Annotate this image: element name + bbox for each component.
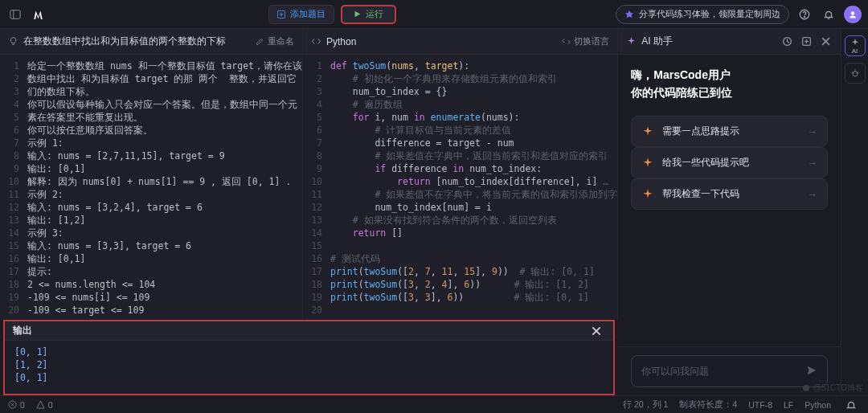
run-label: 运行 <box>366 8 383 20</box>
status-warnings[interactable]: 0 <box>36 400 53 410</box>
problem-line: 8输入: nums = [2,7,11,15], target = 9 <box>0 149 302 162</box>
lightbulb-icon <box>8 36 18 47</box>
avatar[interactable] <box>844 6 862 23</box>
status-encoding[interactable]: UTF-8 <box>748 400 772 410</box>
ai-title: AI 助手 <box>641 35 673 48</box>
help-icon[interactable] <box>796 6 813 23</box>
problem-line: 14示例 3: <box>0 227 302 239</box>
output-line: [0, 1] <box>14 346 604 358</box>
ai-suggestion[interactable]: 给我一些代码提示吧→ <box>631 147 828 178</box>
status-eol[interactable]: LF <box>784 400 793 410</box>
problem-line: 11示例 2: <box>0 188 302 201</box>
output-panel: 输出 [0, 1][1, 2][0, 1] <box>3 320 615 395</box>
output-line: [0, 1] <box>14 371 604 384</box>
editor-language: Python <box>326 36 356 47</box>
rail-bug-icon[interactable] <box>845 63 866 84</box>
code-line: 6 # 计算目标值与当前元素的差值 <box>303 124 617 137</box>
ai-greeting: 嗨，MarsCode用户 你的代码陪练已到位 <box>631 66 828 101</box>
output-title: 输出 <box>13 324 588 337</box>
status-tab[interactable]: 制表符长度：4 <box>679 399 737 411</box>
right-rail: AI <box>841 29 868 395</box>
panel-toggle-left[interactable] <box>6 6 24 23</box>
problem-line: 13输出: [1,2] <box>0 214 302 227</box>
ai-input-field[interactable] <box>641 366 806 377</box>
ai-suggestion-text: 帮我检查一下代码 <box>662 187 739 201</box>
code-line: 13 # 如果没有找到符合条件的两个数，返回空列表 <box>303 214 617 227</box>
code-line: 5 for i, num in enumerate(nums): <box>303 111 617 124</box>
code-line: 11 # 如果差值不在字典中，将当前元素的值和索引添加到字 <box>303 188 617 201</box>
problem-line: 17提示: <box>0 265 302 278</box>
code-line: 4 # 遍历数组 <box>303 98 617 111</box>
history-icon[interactable] <box>780 35 794 49</box>
code-line: 9 if difference in num_to_index: <box>303 162 617 175</box>
code-line: 14 return [] <box>303 227 617 239</box>
ai-suggestion-text: 给我一些代码提示吧 <box>662 156 749 170</box>
announcement-text: 分享代码练习体验，领限量定制周边 <box>639 8 780 20</box>
arrow-right-icon: → <box>808 157 817 169</box>
ai-header: AI 助手 <box>618 29 841 55</box>
problem-line: 19-109 <= nums[i] <= 109 <box>0 291 302 304</box>
status-errors[interactable]: 0 <box>8 400 25 410</box>
code-line: 3 num_to_index = {} <box>303 85 617 98</box>
code-line: 7 difference = target - num <box>303 137 617 149</box>
sparkle-icon <box>641 188 654 201</box>
svg-point-8 <box>804 16 805 17</box>
problem-line: 6你可以按任意顺序返回答案。 <box>0 124 302 137</box>
send-icon[interactable] <box>806 365 817 378</box>
sparkle-icon <box>641 125 654 138</box>
switch-language-button[interactable]: 切换语言 <box>562 35 609 47</box>
code-icon <box>311 36 321 47</box>
rail-ai[interactable]: AI <box>845 35 866 56</box>
sparkle-icon <box>626 36 637 47</box>
code-line: 20 <box>303 304 617 317</box>
new-chat-icon[interactable] <box>799 35 813 49</box>
problem-line: 16输出: [0,1] <box>0 252 302 265</box>
add-problem-label: 添加题目 <box>290 8 326 20</box>
svg-point-9 <box>851 11 855 15</box>
watermark: @51CTO博客 <box>802 382 863 394</box>
code-line: 17print(twoSum([2, 7, 11, 15], 9)) # 输出:… <box>303 265 617 278</box>
ai-suggestion[interactable]: 需要一点思路提示→ <box>631 116 828 147</box>
code-line: 10 return [num_to_index[difference], i] … <box>303 175 617 188</box>
problem-line: 4你可以假设每种输入只会对应一个答案。但是，数组中同一个元 <box>0 98 302 111</box>
close-output-button[interactable] <box>588 322 605 340</box>
run-button[interactable]: 运行 <box>341 5 396 24</box>
problem-title: 在整数数组中找出和为目标值的两个整数的下标 <box>23 35 226 48</box>
code-line: 16# 测试代码 <box>303 252 617 265</box>
problem-header: 在整数数组中找出和为目标值的两个整数的下标 重命名 <box>0 29 302 55</box>
problem-line: 12输入: nums = [3,2,4], target = 6 <box>0 201 302 214</box>
status-bell-icon[interactable] <box>842 396 860 414</box>
ai-input[interactable] <box>631 355 828 387</box>
svg-marker-6 <box>625 10 633 17</box>
arrow-right-icon: → <box>808 126 817 137</box>
svg-marker-5 <box>354 11 360 18</box>
ai-suggestion-text: 需要一点思路提示 <box>662 125 739 138</box>
statusbar: 0 0 行 20，列 1 制表符长度：4 UTF-8 LF Python <box>0 395 868 413</box>
problem-line: 1给定一个整数数组 nums 和一个整数目标值 target，请你在该 <box>0 59 302 72</box>
code-line: 2 # 初始化一个字典用来存储数组元素的值和索引 <box>303 72 617 85</box>
problem-line: 182 <= nums.length <= 104 <box>0 278 302 291</box>
close-ai-button[interactable] <box>818 35 833 49</box>
output-body: [0, 1][1, 2][0, 1] <box>5 341 613 394</box>
rename-button[interactable]: 重命名 <box>256 35 294 47</box>
status-lang[interactable]: Python <box>805 400 831 410</box>
output-line: [1, 2] <box>14 358 604 371</box>
code-line: 12 num_to_index[num] = i <box>303 201 617 214</box>
topbar: 添加题目 运行 分享代码练习体验，领限量定制周边 <box>0 0 868 29</box>
problem-line: 5素在答案里不能重复出现。 <box>0 111 302 124</box>
problem-description[interactable]: 1给定一个整数数组 nums 和一个整数目标值 target，请你在该2数组中找… <box>0 55 302 320</box>
svg-marker-26 <box>37 401 44 408</box>
add-problem-button[interactable]: 添加题目 <box>268 5 334 24</box>
code-line: 15 <box>303 239 617 252</box>
ai-suggestion[interactable]: 帮我检查一下代码→ <box>631 178 828 210</box>
svg-rect-0 <box>10 10 20 18</box>
code-editor[interactable]: 1def twoSum(nums, target):2 # 初始化一个字典用来存… <box>303 55 617 320</box>
status-cursor[interactable]: 行 20，列 1 <box>623 399 668 411</box>
problem-line: 9输出: [0,1] <box>0 162 302 175</box>
svg-point-19 <box>853 72 858 76</box>
ai-body: 嗨，MarsCode用户 你的代码陪练已到位 需要一点思路提示→给我一些代码提示… <box>618 55 841 346</box>
arrow-right-icon: → <box>808 189 817 200</box>
bell-icon[interactable] <box>820 6 837 23</box>
code-line: 19print(twoSum([3, 3], 6)) # 输出: [0, 1] <box>303 291 617 304</box>
announcement-pill[interactable]: 分享代码练习体验，领限量定制周边 <box>616 5 789 24</box>
